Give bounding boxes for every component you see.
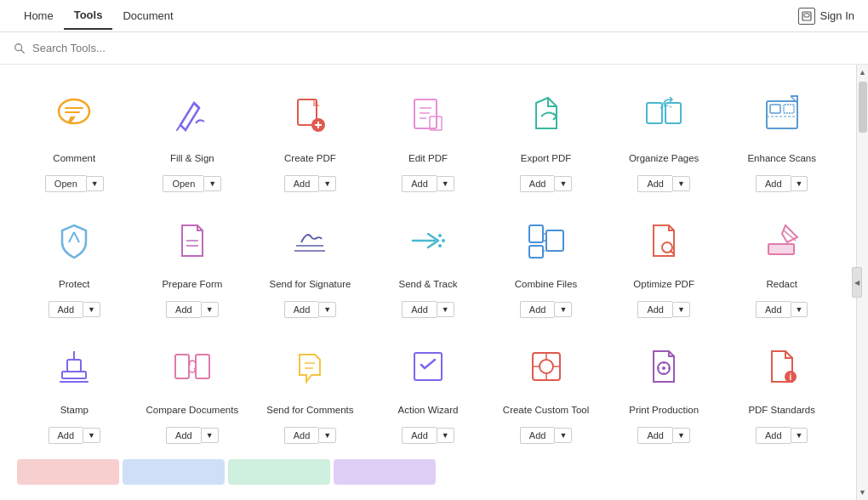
- tool-open-button-fill-sign[interactable]: Open: [163, 175, 203, 192]
- tool-dropdown-button-edit-pdf[interactable]: ▼: [437, 176, 454, 191]
- tool-dropdown-button-export-pdf[interactable]: ▼: [554, 176, 572, 191]
- scrollbar-down-arrow[interactable]: ▼: [857, 486, 868, 498]
- svg-line-9: [177, 125, 180, 130]
- tool-add-button-compare-documents[interactable]: Add: [166, 427, 201, 444]
- tool-icon-compare-documents: [168, 342, 217, 391]
- tool-add-button-enhance-scans[interactable]: Add: [756, 175, 791, 192]
- tool-add-button-send-track[interactable]: Add: [402, 301, 437, 318]
- tool-icon-optimize-pdf: [639, 216, 688, 265]
- tool-dropdown-button-comment[interactable]: ▼: [86, 176, 104, 191]
- tool-add-button-send-comments[interactable]: Add: [284, 427, 319, 444]
- tool-btn-group-enhance-scans: Add▼: [756, 175, 808, 192]
- tool-icon-stamp: [49, 342, 99, 391]
- search-input[interactable]: [32, 42, 288, 54]
- tool-add-button-organize-pages[interactable]: Add: [637, 175, 672, 192]
- tool-card-optimize-pdf: Optimize PDFAdd▼: [607, 207, 722, 325]
- sign-in-button[interactable]: Sign In: [798, 8, 854, 25]
- sign-in-icon: [798, 8, 815, 25]
- tool-add-button-optimize-pdf[interactable]: Add: [637, 301, 672, 318]
- tool-dropdown-button-optimize-pdf[interactable]: ▼: [672, 302, 690, 317]
- tool-name-stamp: Stamp: [60, 398, 89, 422]
- tool-add-button-combine-files[interactable]: Add: [520, 301, 555, 318]
- top-nav: Home Tools Document Sign In: [0, 0, 868, 32]
- tool-card-compare-documents: Compare DocumentsAdd▼: [135, 333, 250, 451]
- tool-add-button-action-wizard[interactable]: Add: [402, 427, 437, 444]
- tool-card-combine-files: Combine FilesAdd▼: [488, 207, 603, 325]
- tool-card-pdf-standards: iPDF StandardsAdd▼: [724, 333, 839, 451]
- tool-card-send-for-signature: Send for SignatureAdd▼: [253, 207, 368, 325]
- tool-icon-protect: [49, 216, 99, 265]
- tool-dropdown-button-create-custom-tool[interactable]: ▼: [554, 428, 572, 443]
- tool-card-comment: CommentOpen▼: [17, 82, 132, 199]
- nav-tools[interactable]: Tools: [64, 2, 113, 30]
- tool-add-button-protect[interactable]: Add: [49, 301, 83, 318]
- tool-btn-group-pdf-standards: Add▼: [756, 427, 808, 444]
- svg-text:i: i: [789, 372, 791, 382]
- tool-card-fill-&-sign: Fill & SignOpen▼: [135, 82, 250, 199]
- tool-btn-group-create-pdf: Add▼: [284, 175, 337, 192]
- tool-open-button-comment[interactable]: Open: [45, 175, 86, 192]
- tool-dropdown-button-send-track[interactable]: ▼: [437, 302, 454, 317]
- svg-point-32: [438, 234, 442, 237]
- svg-rect-21: [767, 101, 797, 128]
- tool-name-send-comments: Send for Comments: [266, 398, 353, 422]
- tool-dropdown-button-fill-sign[interactable]: ▼: [203, 176, 221, 191]
- tool-dropdown-button-create-pdf[interactable]: ▼: [318, 176, 336, 191]
- tool-dropdown-button-pdf-standards[interactable]: ▼: [791, 428, 808, 443]
- tool-dropdown-button-enhance-scans[interactable]: ▼: [791, 176, 808, 191]
- collapse-panel-button[interactable]: ◀: [852, 267, 862, 298]
- tool-dropdown-button-redact[interactable]: ▼: [791, 302, 808, 317]
- nav-document[interactable]: Document: [112, 3, 183, 29]
- tools-grid-container: CommentOpen▼Fill & SignOpen▼Create PDFAd…: [0, 65, 856, 500]
- svg-rect-22: [770, 105, 780, 113]
- tool-dropdown-button-send-comments[interactable]: ▼: [318, 428, 336, 443]
- svg-rect-1: [804, 14, 809, 17]
- svg-rect-36: [529, 246, 543, 258]
- tool-dropdown-button-combine-files[interactable]: ▼: [554, 302, 572, 317]
- tool-add-button-pdf-standards[interactable]: Add: [756, 427, 791, 444]
- tool-btn-group-fill-sign: Open▼: [163, 175, 221, 192]
- tool-add-button-create-pdf[interactable]: Add: [284, 175, 319, 192]
- sign-in-label: Sign In: [820, 9, 854, 22]
- tool-dropdown-button-prepare-form[interactable]: ▼: [201, 302, 219, 317]
- tool-dropdown-button-compare-documents[interactable]: ▼: [201, 428, 219, 443]
- scrollbar-up-arrow[interactable]: ▲: [857, 66, 868, 78]
- tool-card-send-&-track: Send & TrackAdd▼: [371, 207, 486, 325]
- tool-add-button-export-pdf[interactable]: Add: [520, 175, 555, 192]
- svg-rect-51: [196, 355, 209, 378]
- main-content: CommentOpen▼Fill & SignOpen▼Create PDFAd…: [0, 65, 868, 500]
- tool-name-send-track: Send & Track: [398, 272, 457, 296]
- tool-add-button-create-custom-tool[interactable]: Add: [520, 427, 555, 444]
- svg-point-56: [540, 360, 553, 373]
- tool-dropdown-button-organize-pages[interactable]: ▼: [672, 176, 690, 191]
- tool-add-button-print-production[interactable]: Add: [637, 427, 672, 444]
- tool-add-button-prepare-form[interactable]: Add: [166, 301, 201, 318]
- svg-rect-19: [647, 103, 662, 123]
- tool-dropdown-button-send-signature[interactable]: ▼: [318, 302, 336, 317]
- tool-dropdown-button-action-wizard[interactable]: ▼: [437, 428, 454, 443]
- tool-dropdown-button-print-production[interactable]: ▼: [672, 428, 690, 443]
- scrollbar-thumb[interactable]: [859, 82, 867, 133]
- tool-add-button-redact[interactable]: Add: [756, 301, 791, 318]
- tool-icon-pdf-standards: i: [757, 342, 807, 391]
- tool-add-button-edit-pdf[interactable]: Add: [402, 175, 437, 192]
- tool-add-button-send-signature[interactable]: Add: [284, 301, 319, 318]
- tool-card-redact: RedactAdd▼: [724, 207, 839, 325]
- tool-name-edit-pdf: Edit PDF: [408, 146, 448, 170]
- tool-card-edit-pdf: Edit PDFAdd▼: [371, 82, 486, 199]
- tool-name-create-custom-tool: Create Custom Tool: [503, 398, 589, 422]
- tool-add-button-stamp[interactable]: Add: [49, 427, 83, 444]
- svg-rect-23: [784, 105, 794, 113]
- tool-name-export-pdf: Export PDF: [521, 146, 571, 170]
- bottom-tools-hint: [17, 451, 839, 485]
- tool-btn-group-prepare-form: Add▼: [166, 301, 219, 318]
- svg-rect-43: [768, 244, 794, 254]
- tool-dropdown-button-protect[interactable]: ▼: [83, 302, 100, 317]
- nav-home[interactable]: Home: [14, 3, 64, 29]
- tool-dropdown-button-stamp[interactable]: ▼: [83, 428, 100, 443]
- svg-line-26: [74, 232, 79, 242]
- tool-icon-comment: [49, 90, 99, 139]
- tool-btn-group-organize-pages: Add▼: [637, 175, 690, 192]
- svg-line-8: [194, 103, 199, 108]
- tool-name-combine-files: Combine Files: [515, 272, 578, 296]
